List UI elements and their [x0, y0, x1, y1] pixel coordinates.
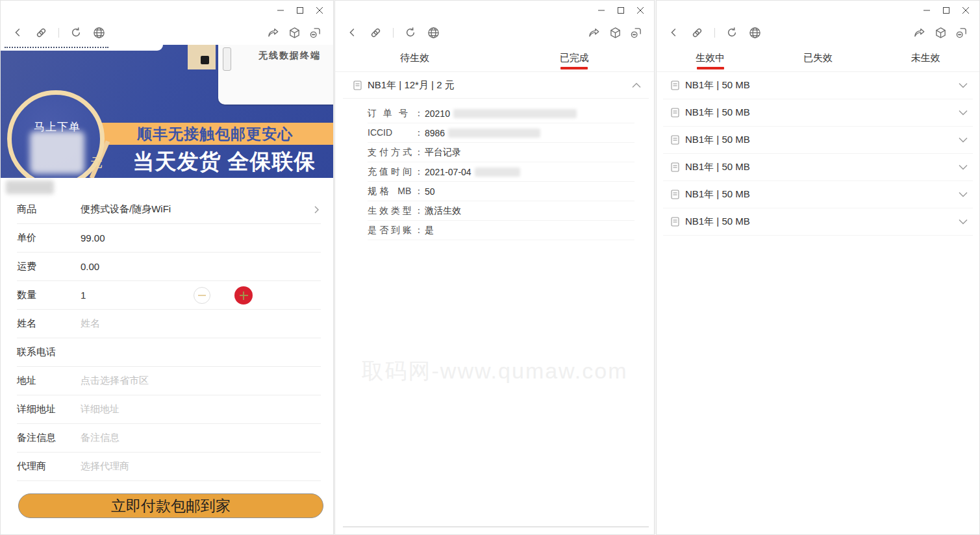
name-input[interactable]: 姓名	[81, 317, 100, 330]
detail-order-number: 订单号： 20210	[368, 104, 634, 123]
titlebar	[1, 1, 333, 20]
field-address[interactable]: 地址 点击选择省市区	[17, 367, 321, 395]
shipping-fee-value: 0.00	[81, 261, 99, 272]
document-icon	[671, 135, 679, 145]
chevron-down-icon[interactable]	[959, 192, 968, 197]
refresh-icon[interactable]	[405, 27, 416, 38]
order-details: 订单号： 20210 ICCID： 8986 支付方式： 平台记录 充值时间： …	[335, 99, 654, 240]
share-icon[interactable]	[588, 27, 601, 38]
chevron-down-icon[interactable]	[959, 110, 968, 116]
field-unit-price: 单价 99.00	[17, 224, 321, 253]
tab-completed[interactable]: 已完成	[495, 45, 655, 71]
chevron-down-icon[interactable]	[959, 137, 968, 143]
back-icon[interactable]	[347, 27, 358, 38]
field-address-detail[interactable]: 详细地址 详细地址	[17, 395, 321, 424]
chevron-down-icon[interactable]	[959, 82, 968, 88]
toolbar	[335, 20, 654, 45]
package-row[interactable]: NB1年 | 50 MB	[663, 127, 973, 154]
detail-payment-method: 支付方式： 平台记录	[368, 143, 634, 162]
field-agent[interactable]: 代理商 选择代理商	[17, 453, 321, 481]
tab-underline	[697, 67, 724, 69]
agent-select[interactable]: 选择代理商	[81, 460, 129, 473]
maximize-button[interactable]	[611, 3, 631, 18]
float-window-icon[interactable]	[309, 27, 321, 39]
tab-underline	[560, 67, 588, 69]
chevron-up-icon[interactable]	[632, 82, 641, 88]
address-select[interactable]: 点击选择省市区	[81, 375, 149, 387]
link-icon[interactable]	[691, 27, 703, 39]
remarks-input[interactable]: 备注信息	[81, 432, 119, 444]
back-icon[interactable]	[668, 27, 680, 38]
quantity-value: 1	[81, 290, 86, 301]
banner-product-card: 无线数据终端	[218, 45, 333, 105]
redacted-price	[30, 131, 84, 174]
link-icon[interactable]	[370, 27, 382, 39]
float-window-icon[interactable]	[955, 27, 968, 39]
share-icon[interactable]	[913, 27, 926, 38]
package-status-tabs: 生效中 已失效 未生效	[657, 45, 979, 72]
close-button[interactable]	[631, 3, 650, 18]
promo-banner: 无线数据终端 顺丰无接触包邮更安心 当天发货 全保联保 马上下单 元	[1, 45, 333, 178]
detail-credited: 是否到账： 是	[368, 221, 634, 240]
maximize-button[interactable]	[290, 3, 310, 18]
document-icon	[671, 162, 679, 172]
window-active-packages: 生效中 已失效 未生效 NB1年 | 50 MB NB1年 | 50 MB NB…	[656, 0, 980, 535]
cube-icon[interactable]	[609, 27, 622, 39]
detail-iccid: ICCID： 8986	[368, 123, 634, 143]
close-button[interactable]	[956, 3, 975, 18]
toolbar-separator	[393, 28, 394, 38]
order-item-header[interactable]: NB1年 | 12*月 | 2 元	[335, 72, 654, 98]
pay-now-button[interactable]: 立即付款包邮到家	[18, 493, 323, 518]
redacted-iccid	[448, 129, 540, 138]
minimize-button[interactable]	[917, 3, 936, 18]
document-icon	[353, 81, 362, 90]
share-icon[interactable]	[267, 27, 280, 38]
minimize-button[interactable]	[592, 3, 611, 18]
order-status-tabs: 待生效 已完成	[335, 45, 654, 72]
field-phone[interactable]: 联系电话	[17, 338, 321, 367]
window-order-form: 无线数据终端 顺丰无接触包邮更安心 当天发货 全保联保 马上下单 元 商品 便携…	[0, 0, 334, 535]
banner-product-photo	[188, 45, 216, 69]
field-remarks[interactable]: 备注信息 备注信息	[17, 424, 321, 453]
chevron-right-icon[interactable]	[312, 205, 321, 214]
chevron-down-icon[interactable]	[959, 219, 968, 225]
tab-pending[interactable]: 待生效	[335, 45, 495, 71]
product-value: 便携式设备/随身WiFi	[81, 203, 171, 216]
package-row[interactable]: NB1年 | 50 MB	[663, 72, 973, 99]
globe-icon[interactable]	[93, 27, 105, 39]
quantity-increase-button[interactable]	[234, 286, 253, 305]
globe-icon[interactable]	[749, 27, 761, 39]
field-name[interactable]: 姓名 姓名	[17, 310, 321, 338]
package-list: NB1年 | 50 MB NB1年 | 50 MB NB1年 | 50 MB N…	[657, 72, 979, 236]
float-window-icon[interactable]	[630, 27, 642, 39]
tab-not-active[interactable]: 未生效	[872, 45, 979, 71]
cube-icon[interactable]	[935, 27, 947, 39]
document-icon	[671, 81, 679, 90]
address-detail-input[interactable]: 详细地址	[81, 403, 119, 416]
banner-price-circle: 马上下单 元	[7, 90, 105, 178]
field-quantity: 数量 1	[17, 281, 321, 310]
toolbar-separator	[58, 28, 59, 38]
maximize-button[interactable]	[936, 3, 956, 18]
watermark: 取码网-www.qumaw.com	[343, 356, 646, 386]
tab-active[interactable]: 生效中	[657, 45, 764, 71]
refresh-icon[interactable]	[70, 27, 82, 38]
package-row[interactable]: NB1年 | 50 MB	[663, 99, 973, 127]
field-product[interactable]: 商品 便携式设备/随身WiFi	[17, 195, 321, 224]
cube-icon[interactable]	[288, 27, 301, 39]
package-row[interactable]: NB1年 | 50 MB	[663, 181, 973, 208]
globe-icon[interactable]	[427, 27, 440, 39]
link-icon[interactable]	[35, 27, 47, 39]
order-form: 商品 便携式设备/随身WiFi 单价 99.00 运费 0.00 数量 1 姓名…	[1, 195, 333, 481]
package-row[interactable]: NB1年 | 50 MB	[663, 154, 973, 181]
minimize-button[interactable]	[271, 3, 290, 18]
back-icon[interactable]	[12, 27, 24, 38]
package-row[interactable]: NB1年 | 50 MB	[663, 208, 973, 236]
toolbar-separator	[714, 28, 715, 38]
refresh-icon[interactable]	[726, 27, 738, 38]
quantity-decrease-button[interactable]	[194, 287, 210, 304]
chevron-down-icon[interactable]	[959, 164, 968, 170]
tab-expired[interactable]: 已失效	[764, 45, 872, 71]
close-button[interactable]	[310, 3, 329, 18]
currency-label: 元	[90, 155, 103, 171]
